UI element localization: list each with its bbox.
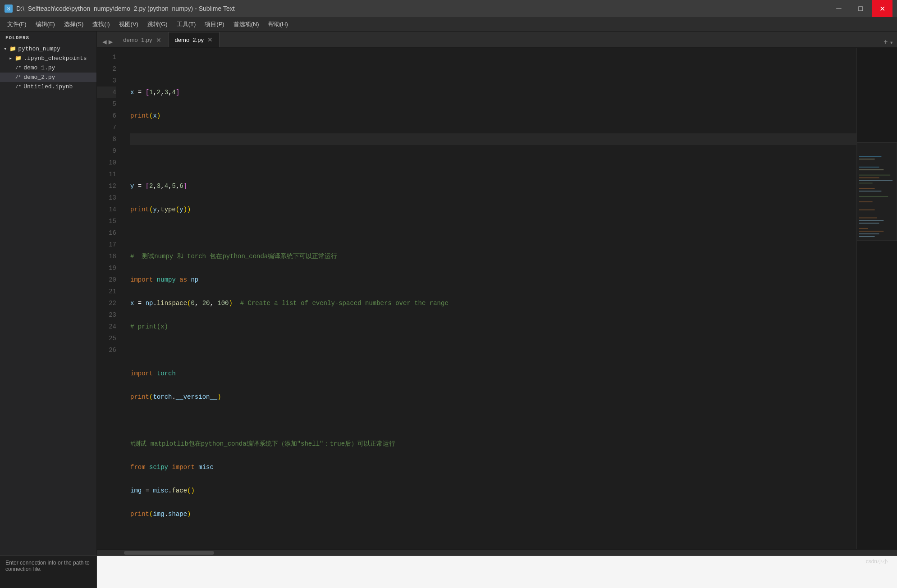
code-line-1 [130, 63, 856, 75]
menu-edit[interactable]: 编辑(E) [31, 18, 59, 30]
folder-closed-icon: ▸ [9, 55, 12, 62]
line-num-12: 12 [97, 180, 116, 192]
sidebar-label-untitled: Untitled.ipynb [23, 83, 73, 90]
code-line-21 [130, 532, 856, 543]
code-editor[interactable]: 1 2 3 4 5 6 7 8 9 10 11 12 13 14 15 16 1… [97, 48, 897, 549]
code-line-10: import numpy as np [130, 274, 856, 286]
line-num-7: 7 [97, 122, 116, 133]
bottom-panel: Enter connection info or the path to con… [0, 556, 897, 588]
code-line-13 [130, 344, 856, 356]
menu-bar: 文件(F) 编辑(E) 选择(S) 查找(I) 视图(V) 跳转(G) 工具(T… [0, 17, 897, 32]
line-num-9: 9 [97, 145, 116, 157]
code-line-19: img = misc.face() [130, 485, 856, 497]
line-num-13: 13 [97, 192, 116, 204]
folder-icon-2: 📁 [15, 55, 22, 62]
file-icon-demo2: /* [15, 75, 21, 80]
code-line-16 [130, 415, 856, 426]
code-line-20: print(img.shape) [130, 508, 856, 520]
watermark: csdn小小 [866, 558, 888, 565]
tab-demo2-close[interactable]: ✕ [207, 36, 213, 43]
editor-area: ◀ ▶ demo_1.py ✕ demo_2.py ✕ + ▾ 1 2 3 [97, 32, 897, 556]
line-num-4: 4 [97, 87, 116, 98]
close-button[interactable]: ✕ [872, 0, 892, 17]
line-num-14: 14 [97, 204, 116, 215]
menu-find[interactable]: 查找(I) [88, 18, 114, 30]
code-line-5 [130, 157, 856, 169]
connection-text: Enter connection info or the path to con… [5, 560, 90, 572]
code-content[interactable]: x = [1,2,3,4] print(x) y = [2,3,4,5,6] p… [121, 48, 856, 549]
tab-next-icon[interactable]: ▶ [109, 37, 113, 46]
tab-demo1-label: demo_1.py [123, 36, 152, 43]
code-line-12: # print(x) [130, 321, 856, 333]
minimize-button[interactable]: ─ [828, 0, 849, 17]
code-line-6: y = [2,3,4,5,6] [130, 180, 856, 192]
code-line-4 [130, 133, 856, 145]
sidebar-label-python-numpy: python_numpy [18, 46, 60, 52]
line-num-8: 8 [97, 133, 116, 145]
menu-file[interactable]: 文件(F) [3, 18, 31, 30]
tab-demo1[interactable]: demo_1.py ✕ [116, 32, 168, 47]
line-num-25: 25 [97, 333, 116, 344]
main-layout: FOLDERS ▾ 📁 python_numpy ▸ 📁 .ipynb_chec… [0, 32, 897, 556]
tab-actions: + ▾ [883, 38, 897, 46]
file-icon-untitled: /* [15, 84, 21, 90]
sidebar-header: FOLDERS [0, 32, 96, 44]
code-line-11: x = np.linspace(0, 20, 100) # Create a l… [130, 297, 856, 309]
tab-prev-icon[interactable]: ◀ [102, 37, 107, 46]
sidebar-item-demo2[interactable]: /* demo_2.py [0, 73, 96, 82]
sidebar-label-ipynb: .ipynb_checkpoints [23, 55, 87, 62]
code-line-3: print(x) [130, 110, 856, 122]
line-num-23: 23 [97, 309, 116, 321]
line-num-2: 2 [97, 63, 116, 75]
maximize-button[interactable]: □ [850, 0, 871, 17]
horizontal-scrollbar[interactable] [97, 549, 897, 556]
line-num-20: 20 [97, 274, 116, 286]
menu-help[interactable]: 帮助(H) [264, 18, 293, 30]
sidebar-item-python-numpy[interactable]: ▾ 📁 python_numpy [0, 44, 96, 54]
menu-select[interactable]: 选择(S) [59, 18, 88, 30]
sidebar-label-demo1: demo_1.py [23, 64, 55, 71]
code-line-15: print(torch.__version__) [130, 391, 856, 403]
line-num-22: 22 [97, 297, 116, 309]
sidebar: FOLDERS ▾ 📁 python_numpy ▸ 📁 .ipynb_chec… [0, 32, 97, 556]
code-line-17: #测试 matplotlib包在python_conda编译系统下（添加"she… [130, 438, 856, 450]
line-num-21: 21 [97, 286, 116, 297]
title-bar-controls: ─ □ ✕ [828, 0, 892, 17]
code-line-9: # 测试numpy 和 torch 包在python_conda编译系统下可以正… [130, 251, 856, 262]
file-icon-demo1: /* [15, 65, 21, 71]
line-numbers: 1 2 3 4 5 6 7 8 9 10 11 12 13 14 15 16 1… [97, 48, 121, 549]
minimap [856, 48, 897, 549]
line-num-17: 17 [97, 239, 116, 251]
tab-demo1-close[interactable]: ✕ [156, 37, 161, 43]
sidebar-label-demo2: demo_2.py [23, 74, 55, 81]
line-num-5: 5 [97, 98, 116, 110]
connection-panel: Enter connection info or the path to con… [0, 556, 97, 588]
sidebar-item-untitled[interactable]: /* Untitled.ipynb [0, 82, 96, 91]
code-line-7: print(y,type(y)) [130, 204, 856, 215]
menu-view[interactable]: 视图(V) [114, 18, 143, 30]
sidebar-item-ipynb-checkpoints[interactable]: ▸ 📁 .ipynb_checkpoints [0, 54, 96, 63]
folder-open-icon: ▾ [4, 46, 7, 52]
tab-demo2-label: demo_2.py [175, 36, 204, 43]
tab-add-icon[interactable]: + [883, 38, 888, 46]
menu-preferences[interactable]: 首选项(N) [229, 18, 264, 30]
line-num-10: 10 [97, 157, 116, 169]
menu-project[interactable]: 项目(P) [200, 18, 229, 30]
title-bar-left: S D:\_Selfteach\code\python_numpy\demo_2… [5, 5, 235, 13]
menu-goto[interactable]: 跳转(G) [143, 18, 172, 30]
code-line-2: x = [1,2,3,4] [130, 87, 856, 98]
tab-demo2[interactable]: demo_2.py ✕ [168, 32, 220, 47]
line-num-15: 15 [97, 215, 116, 227]
title-bar-text: D:\_Selfteach\code\python_numpy\demo_2.p… [16, 5, 235, 12]
line-num-26: 26 [97, 344, 116, 356]
tab-nav-arrows: ◀ ▶ [99, 37, 116, 46]
line-num-16: 16 [97, 227, 116, 239]
folder-icon-yellow: 📁 [9, 46, 16, 52]
sidebar-item-demo1[interactable]: /* demo_1.py [0, 63, 96, 73]
title-bar: S D:\_Selfteach\code\python_numpy\demo_2… [0, 0, 897, 17]
line-num-19: 19 [97, 262, 116, 274]
code-line-18: from scipy import misc [130, 461, 856, 473]
tab-menu-icon[interactable]: ▾ [890, 39, 893, 46]
line-num-18: 18 [97, 251, 116, 262]
menu-tools[interactable]: 工具(T) [172, 18, 201, 30]
